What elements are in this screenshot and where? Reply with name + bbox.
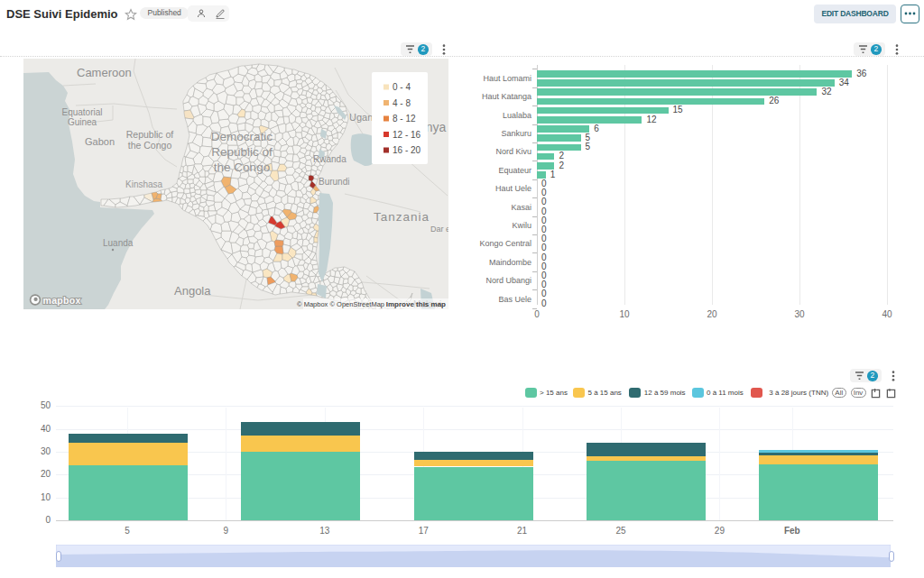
svg-text:© Mapbox © OpenStreetMap: © Mapbox © OpenStreetMap <box>297 300 384 308</box>
svg-text:Equatorial: Equatorial <box>61 107 102 117</box>
svg-text:Guinea: Guinea <box>68 117 97 127</box>
svg-text:16 - 20: 16 - 20 <box>393 145 421 155</box>
svg-text:mapbox: mapbox <box>43 295 81 306</box>
svg-text:0 - 4: 0 - 4 <box>393 82 411 92</box>
svg-text:Improve this map: Improve this map <box>386 300 446 308</box>
svg-text:12 - 16: 12 - 16 <box>393 130 421 140</box>
svg-text:the Congo: the Congo <box>214 161 270 174</box>
svg-text:Cameroon: Cameroon <box>77 66 132 79</box>
svg-text:Gabon: Gabon <box>85 136 115 147</box>
svg-text:the Congo: the Congo <box>128 140 172 151</box>
svg-text:Kinshasa: Kinshasa <box>125 179 163 189</box>
svg-text:Democratic: Democratic <box>211 130 273 143</box>
svg-text:Luanda: Luanda <box>103 238 134 248</box>
svg-text:8 - 12: 8 - 12 <box>393 114 416 124</box>
svg-text:Tanzania: Tanzania <box>374 210 430 224</box>
svg-text:Republic of: Republic of <box>211 145 273 159</box>
svg-text:Dar es: Dar es <box>430 225 448 234</box>
svg-text:Angola: Angola <box>174 284 211 298</box>
svg-text:Burundi: Burundi <box>319 177 349 187</box>
svg-text:Rwanda: Rwanda <box>313 154 346 164</box>
svg-text:Republic of: Republic of <box>126 129 174 140</box>
svg-text:4 - 8: 4 - 8 <box>393 98 411 108</box>
